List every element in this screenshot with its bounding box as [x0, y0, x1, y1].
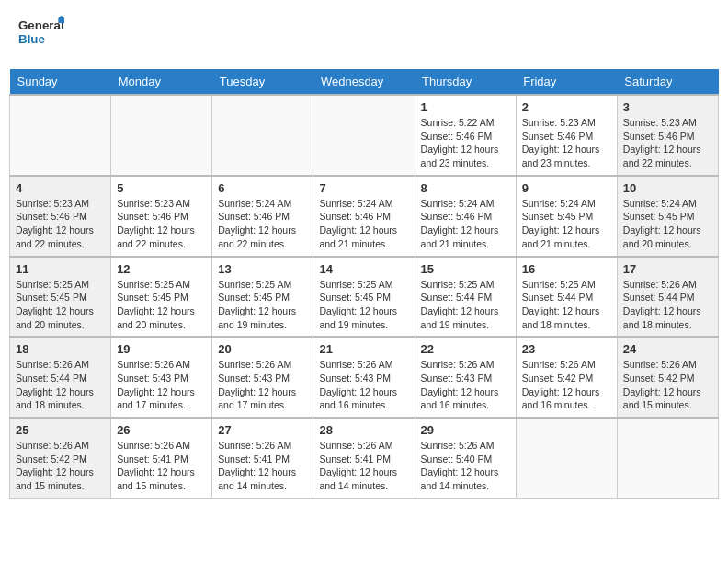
day-info: Sunrise: 5:25 AMSunset: 5:45 PMDaylight:… [16, 278, 105, 332]
day-number: 9 [522, 181, 611, 195]
day-info: Sunrise: 5:24 AMSunset: 5:45 PMDaylight:… [522, 197, 611, 251]
day-number: 29 [421, 423, 510, 437]
day-info: Sunrise: 5:26 AMSunset: 5:44 PMDaylight:… [16, 358, 105, 412]
table-row: 7Sunrise: 5:24 AMSunset: 5:46 PMDaylight… [313, 176, 415, 257]
day-info: Sunrise: 5:23 AMSunset: 5:46 PMDaylight:… [522, 116, 611, 170]
week-row-2: 4Sunrise: 5:23 AMSunset: 5:46 PMDaylight… [10, 176, 719, 257]
table-row [516, 418, 617, 498]
table-row: 4Sunrise: 5:23 AMSunset: 5:46 PMDaylight… [10, 176, 111, 257]
day-info: Sunrise: 5:25 AMSunset: 5:44 PMDaylight:… [421, 278, 510, 332]
table-row: 18Sunrise: 5:26 AMSunset: 5:44 PMDayligh… [10, 337, 111, 418]
day-info: Sunrise: 5:25 AMSunset: 5:45 PMDaylight:… [319, 278, 408, 332]
day-info: Sunrise: 5:24 AMSunset: 5:46 PMDaylight:… [319, 197, 408, 251]
day-info: Sunrise: 5:26 AMSunset: 5:41 PMDaylight:… [117, 439, 206, 493]
day-info: Sunrise: 5:26 AMSunset: 5:43 PMDaylight:… [319, 358, 408, 412]
day-number: 14 [319, 262, 408, 276]
table-row: 26Sunrise: 5:26 AMSunset: 5:41 PMDayligh… [111, 418, 212, 498]
weekday-header-row: SundayMondayTuesdayWednesdayThursdayFrid… [10, 69, 719, 95]
svg-text:General: General [18, 18, 64, 32]
table-row: 20Sunrise: 5:26 AMSunset: 5:43 PMDayligh… [212, 337, 313, 418]
day-info: Sunrise: 5:26 AMSunset: 5:42 PMDaylight:… [16, 439, 105, 493]
day-number: 3 [623, 100, 712, 114]
weekday-saturday: Saturday [617, 69, 718, 95]
day-info: Sunrise: 5:26 AMSunset: 5:43 PMDaylight:… [117, 358, 206, 412]
week-row-3: 11Sunrise: 5:25 AMSunset: 5:45 PMDayligh… [10, 257, 719, 338]
weekday-thursday: Thursday [415, 69, 516, 95]
table-row: 25Sunrise: 5:26 AMSunset: 5:42 PMDayligh… [10, 418, 111, 498]
day-number: 7 [319, 181, 408, 195]
weekday-wednesday: Wednesday [313, 69, 415, 95]
day-number: 24 [623, 342, 712, 356]
day-number: 11 [16, 262, 105, 276]
day-info: Sunrise: 5:26 AMSunset: 5:43 PMDaylight:… [218, 358, 307, 412]
logo-svg: General Blue [18, 14, 64, 55]
logo: General Blue [18, 14, 64, 55]
week-row-4: 18Sunrise: 5:26 AMSunset: 5:44 PMDayligh… [10, 337, 719, 418]
week-row-1: 1Sunrise: 5:22 AMSunset: 5:46 PMDaylight… [10, 95, 719, 176]
day-info: Sunrise: 5:26 AMSunset: 5:41 PMDaylight:… [218, 439, 307, 493]
table-row: 6Sunrise: 5:24 AMSunset: 5:46 PMDaylight… [212, 176, 313, 257]
table-row: 1Sunrise: 5:22 AMSunset: 5:46 PMDaylight… [415, 95, 516, 176]
weekday-monday: Monday [111, 69, 212, 95]
day-number: 27 [218, 423, 307, 437]
table-row: 14Sunrise: 5:25 AMSunset: 5:45 PMDayligh… [313, 257, 415, 338]
day-number: 4 [16, 181, 105, 195]
day-number: 6 [218, 181, 307, 195]
day-number: 25 [16, 423, 105, 437]
table-row: 24Sunrise: 5:26 AMSunset: 5:42 PMDayligh… [617, 337, 718, 418]
day-number: 20 [218, 342, 307, 356]
day-number: 15 [421, 262, 510, 276]
table-row: 29Sunrise: 5:26 AMSunset: 5:40 PMDayligh… [415, 418, 516, 498]
week-row-5: 25Sunrise: 5:26 AMSunset: 5:42 PMDayligh… [10, 418, 719, 498]
day-number: 16 [522, 262, 611, 276]
table-row [111, 95, 212, 176]
svg-text:Blue: Blue [18, 32, 45, 46]
day-number: 10 [623, 181, 712, 195]
table-row: 23Sunrise: 5:26 AMSunset: 5:42 PMDayligh… [516, 337, 617, 418]
table-row: 10Sunrise: 5:24 AMSunset: 5:45 PMDayligh… [617, 176, 718, 257]
table-row: 17Sunrise: 5:26 AMSunset: 5:44 PMDayligh… [617, 257, 718, 338]
day-number: 13 [218, 262, 307, 276]
day-info: Sunrise: 5:26 AMSunset: 5:40 PMDaylight:… [421, 439, 510, 493]
svg-marker-2 [58, 16, 64, 18]
weekday-sunday: Sunday [10, 69, 111, 95]
table-row: 12Sunrise: 5:25 AMSunset: 5:45 PMDayligh… [111, 257, 212, 338]
day-number: 22 [421, 342, 510, 356]
svg-marker-3 [58, 18, 64, 23]
day-info: Sunrise: 5:24 AMSunset: 5:46 PMDaylight:… [218, 197, 307, 251]
day-info: Sunrise: 5:25 AMSunset: 5:44 PMDaylight:… [522, 278, 611, 332]
day-info: Sunrise: 5:26 AMSunset: 5:44 PMDaylight:… [623, 278, 712, 332]
day-info: Sunrise: 5:23 AMSunset: 5:46 PMDaylight:… [117, 197, 206, 251]
table-row: 15Sunrise: 5:25 AMSunset: 5:44 PMDayligh… [415, 257, 516, 338]
day-info: Sunrise: 5:26 AMSunset: 5:43 PMDaylight:… [421, 358, 510, 412]
day-info: Sunrise: 5:25 AMSunset: 5:45 PMDaylight:… [117, 278, 206, 332]
table-row [313, 95, 415, 176]
table-row: 11Sunrise: 5:25 AMSunset: 5:45 PMDayligh… [10, 257, 111, 338]
day-info: Sunrise: 5:24 AMSunset: 5:46 PMDaylight:… [421, 197, 510, 251]
day-number: 1 [421, 100, 510, 114]
table-row: 9Sunrise: 5:24 AMSunset: 5:45 PMDaylight… [516, 176, 617, 257]
table-row: 16Sunrise: 5:25 AMSunset: 5:44 PMDayligh… [516, 257, 617, 338]
table-row: 19Sunrise: 5:26 AMSunset: 5:43 PMDayligh… [111, 337, 212, 418]
weekday-tuesday: Tuesday [212, 69, 313, 95]
table-row: 2Sunrise: 5:23 AMSunset: 5:46 PMDaylight… [516, 95, 617, 176]
table-row [212, 95, 313, 176]
table-row: 27Sunrise: 5:26 AMSunset: 5:41 PMDayligh… [212, 418, 313, 498]
day-number: 23 [522, 342, 611, 356]
table-row: 21Sunrise: 5:26 AMSunset: 5:43 PMDayligh… [313, 337, 415, 418]
day-number: 19 [117, 342, 206, 356]
day-info: Sunrise: 5:23 AMSunset: 5:46 PMDaylight:… [623, 116, 712, 170]
calendar-table: SundayMondayTuesdayWednesdayThursdayFrid… [9, 69, 719, 499]
table-row [617, 418, 718, 498]
day-number: 26 [117, 423, 206, 437]
day-number: 18 [16, 342, 105, 356]
day-number: 5 [117, 181, 206, 195]
day-info: Sunrise: 5:24 AMSunset: 5:45 PMDaylight:… [623, 197, 712, 251]
table-row [10, 95, 111, 176]
day-info: Sunrise: 5:23 AMSunset: 5:46 PMDaylight:… [16, 197, 105, 251]
day-info: Sunrise: 5:26 AMSunset: 5:42 PMDaylight:… [522, 358, 611, 412]
day-number: 2 [522, 100, 611, 114]
day-number: 28 [319, 423, 408, 437]
day-info: Sunrise: 5:22 AMSunset: 5:46 PMDaylight:… [421, 116, 510, 170]
day-number: 17 [623, 262, 712, 276]
